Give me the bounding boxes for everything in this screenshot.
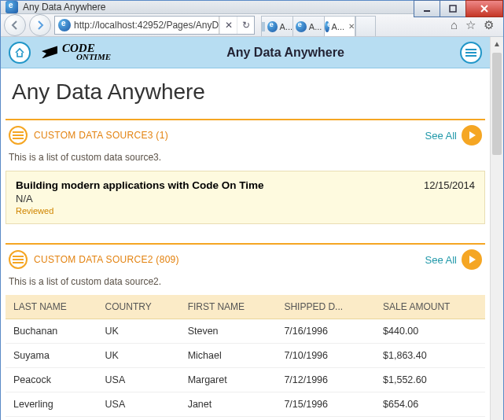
item-title: Building modern applications with Code O… xyxy=(16,179,264,191)
logo-line2: ONTIME xyxy=(76,53,111,61)
url-text: http://localhost:42952/Pages/AnyD xyxy=(74,20,219,31)
window-controls xyxy=(414,0,503,17)
logo-wing-icon xyxy=(42,46,57,58)
tab-favicon-icon xyxy=(325,21,329,32)
table-row[interactable]: Peacock USA Margaret 7/11/1996 $3,597.90 xyxy=(6,417,485,421)
table-row[interactable]: Peacock USA Margaret 7/12/1996 $1,552.60 xyxy=(6,368,485,392)
see-all-arrow-icon[interactable] xyxy=(462,125,482,146)
close-button[interactable] xyxy=(465,0,503,17)
see-all-link[interactable]: See All xyxy=(425,130,457,142)
tab-1[interactable]: A... xyxy=(261,16,292,36)
tab-strip: A... A... A... ✕ xyxy=(261,14,441,36)
page-title: Any Data Anywhere xyxy=(1,68,490,119)
section-menu-button[interactable] xyxy=(9,126,28,145)
svg-rect-1 xyxy=(450,6,456,12)
minimize-button[interactable] xyxy=(414,0,440,17)
section-custom-data-source3: CUSTOM DATA SOURCE3 (1) See All This is … xyxy=(6,119,485,224)
tab-3-active[interactable]: A... ✕ xyxy=(324,16,355,36)
item-sub: N/A xyxy=(16,193,264,204)
see-all-arrow-icon[interactable] xyxy=(462,249,482,270)
section-description: This is a list of custom data source3. xyxy=(6,149,485,171)
menu-button[interactable] xyxy=(460,42,482,64)
client-area: CODE ONTIME Any Data Anywhere Any Data A… xyxy=(1,37,503,420)
vertical-scrollbar[interactable]: ▲ ▼ xyxy=(490,37,503,420)
item-date: 12/15/2014 xyxy=(424,179,475,216)
title-bar: Any Data Anywhere xyxy=(1,1,503,14)
window-title: Any Data Anywhere xyxy=(23,2,105,13)
home-icon[interactable]: ⌂ xyxy=(451,18,458,32)
tab-label: A... xyxy=(332,22,345,31)
table-row[interactable]: Buchanan UK Steven 7/16/1996 $440.00 xyxy=(6,319,485,344)
table-row[interactable]: Leverling USA Janet 7/15/1996 $654.06 xyxy=(6,392,485,417)
tab-favicon-icon xyxy=(267,21,278,32)
address-bar[interactable]: http://localhost:42952/Pages/AnyD ✕ ↻ xyxy=(54,16,255,35)
section-custom-data-source2: CUSTOM DATA SOURCE2 (809) See All This i… xyxy=(6,243,485,420)
col-last-name[interactable]: LAST NAME xyxy=(6,295,97,319)
data-table: LAST NAME COUNTRY FIRST NAME SHIPPED D..… xyxy=(6,295,485,420)
section-title: CUSTOM DATA SOURCE2 (809) xyxy=(34,254,179,265)
browser-window: Any Data Anywhere http://localhost:42952… xyxy=(0,0,504,420)
col-country[interactable]: COUNTRY xyxy=(97,295,180,319)
maximize-button[interactable] xyxy=(440,0,466,17)
section-menu-button[interactable] xyxy=(9,250,28,269)
nav-bar: http://localhost:42952/Pages/AnyD ✕ ↻ A.… xyxy=(1,14,503,37)
back-button[interactable] xyxy=(4,14,26,36)
see-all-link[interactable]: See All xyxy=(425,254,457,266)
col-shipped[interactable]: SHIPPED D... xyxy=(276,295,375,319)
stop-button[interactable]: ✕ xyxy=(219,17,237,34)
col-sale-amount[interactable]: SALE AMOUNT xyxy=(375,295,485,319)
tab-label: A... xyxy=(280,22,293,31)
section-title: CUSTOM DATA SOURCE3 (1) xyxy=(34,130,168,141)
new-tab-button[interactable] xyxy=(355,16,376,36)
ie-icon xyxy=(6,1,18,13)
logo: CODE ONTIME xyxy=(42,43,111,61)
tab-close-icon[interactable]: ✕ xyxy=(348,22,355,31)
section-description: This is a list of custom data source2. xyxy=(6,273,485,295)
col-first-name[interactable]: FIRST NAME xyxy=(180,295,277,319)
tab-label: A... xyxy=(309,22,322,31)
tab-2[interactable]: A... xyxy=(292,16,324,36)
list-item[interactable]: Building modern applications with Code O… xyxy=(6,171,485,224)
home-button[interactable] xyxy=(9,42,31,64)
status-badge: Reviewed xyxy=(16,206,264,216)
table-row[interactable]: Suyama UK Michael 7/10/1996 $1,863.40 xyxy=(6,344,485,368)
tools-icon[interactable]: ⚙ xyxy=(484,18,494,32)
ie-favicon-icon xyxy=(58,19,71,31)
header-title: Any Data Anywhere xyxy=(226,46,344,60)
app-header: CODE ONTIME Any Data Anywhere xyxy=(1,37,490,68)
command-bar: ⌂ ☆ ⚙ xyxy=(444,18,500,32)
favorites-icon[interactable]: ☆ xyxy=(465,18,476,32)
refresh-button[interactable]: ↻ xyxy=(237,17,254,34)
forward-button[interactable] xyxy=(29,14,51,36)
tab-favicon-icon xyxy=(296,21,307,32)
scroll-thumb[interactable] xyxy=(492,53,502,155)
scroll-up-arrow-icon[interactable]: ▲ xyxy=(491,37,503,50)
